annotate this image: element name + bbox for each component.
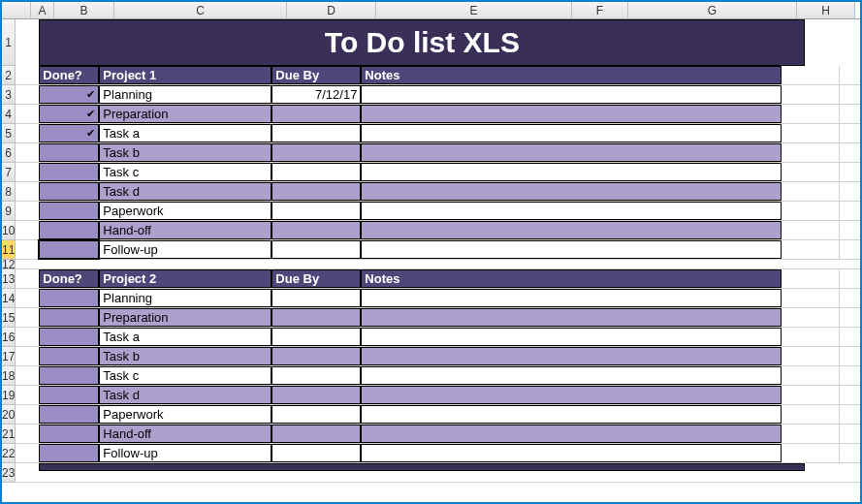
cell[interactable] [782,444,840,462]
cell[interactable] [805,463,862,482]
cell-H1[interactable] [805,19,862,66]
done-cell[interactable] [39,308,99,327]
notes-cell[interactable] [361,405,782,424]
cell[interactable] [782,308,840,327]
header-project[interactable]: Project 1 [99,66,271,84]
header-notes[interactable]: Notes [361,66,782,84]
cell[interactable] [782,405,840,424]
task-name-cell[interactable]: Paperwork [99,405,271,424]
row-header-9[interactable]: 9 [2,202,16,221]
cell[interactable] [16,347,39,365]
column-header-D[interactable]: D [287,2,376,18]
cell[interactable] [16,328,39,346]
cell[interactable] [782,143,840,162]
cell[interactable] [782,328,840,346]
header-done[interactable]: Done? [39,66,99,84]
task-name-cell[interactable]: Hand-off [99,425,271,443]
row-header-5[interactable]: 5 [2,124,16,143]
cell[interactable] [16,163,39,181]
task-name-cell[interactable]: Task a [99,124,271,142]
notes-cell[interactable] [361,202,782,220]
notes-cell[interactable] [361,182,782,201]
row-header-1[interactable]: 1 [2,19,16,66]
cell[interactable] [16,260,39,269]
cell[interactable] [16,405,39,424]
cell[interactable] [16,202,39,220]
cell[interactable] [782,269,840,288]
cell[interactable] [782,85,840,104]
cell[interactable] [805,260,862,269]
column-header-C[interactable]: C [114,2,287,18]
cell[interactable] [782,425,840,443]
column-header-F[interactable]: F [572,2,628,18]
task-name-cell[interactable]: Preparation [99,105,271,123]
due-cell[interactable]: 7/12/17 [271,85,361,104]
done-cell[interactable]: ✔ [39,105,99,123]
cell[interactable] [16,366,39,385]
notes-cell[interactable] [361,386,782,404]
cells-area[interactable]: To Do list XLSDone?Project 1Due ByNotes✔… [16,19,862,483]
spacer-bar[interactable] [39,463,805,471]
task-name-cell[interactable]: Task d [99,386,271,404]
done-cell[interactable]: ✔ [39,124,99,142]
notes-cell[interactable] [361,105,782,123]
due-cell[interactable] [271,202,361,220]
task-name-cell[interactable]: Task b [99,143,271,162]
due-cell[interactable] [271,221,361,239]
notes-cell[interactable] [361,308,782,327]
column-header-E[interactable]: E [376,2,572,18]
notes-cell[interactable] [361,289,782,307]
task-name-cell[interactable]: Task b [99,347,271,365]
cell[interactable] [782,66,840,84]
task-name-cell[interactable]: Hand-off [99,221,271,239]
header-due[interactable]: Due By [271,269,361,288]
due-cell[interactable] [271,444,361,462]
row-header-14[interactable]: 14 [2,289,16,308]
row-header-16[interactable]: 16 [2,328,16,347]
notes-cell[interactable] [361,425,782,443]
notes-cell[interactable] [361,240,782,259]
notes-cell[interactable] [361,85,782,104]
cell-A1[interactable] [16,19,39,66]
cell[interactable] [782,366,840,385]
cell[interactable] [782,105,840,123]
due-cell[interactable] [271,405,361,424]
header-due[interactable]: Due By [271,66,361,84]
cell[interactable] [16,308,39,327]
row-header-8[interactable]: 8 [2,182,16,202]
cell[interactable] [782,240,840,259]
cell[interactable] [782,163,840,181]
notes-cell[interactable] [361,221,782,239]
column-header-G[interactable]: G [628,2,797,18]
cell[interactable] [16,386,39,404]
task-name-cell[interactable]: Planning [99,85,271,104]
row-header-23[interactable]: 23 [2,463,16,483]
done-cell[interactable] [39,444,99,462]
cell[interactable] [39,260,805,269]
cell[interactable] [16,85,39,104]
title-cell[interactable]: To Do list XLS [39,19,805,66]
cell[interactable] [782,347,840,365]
cell[interactable] [16,105,39,123]
done-cell[interactable] [39,347,99,365]
row-header-12[interactable]: 12 [2,260,16,269]
cell[interactable] [782,182,840,201]
cell[interactable] [16,182,39,201]
due-cell[interactable] [271,143,361,162]
column-header-H[interactable]: H [797,2,855,18]
due-cell[interactable] [271,240,361,259]
due-cell[interactable] [271,308,361,327]
notes-cell[interactable] [361,143,782,162]
task-name-cell[interactable]: Follow-up [99,240,271,259]
done-cell[interactable] [39,221,99,239]
cell[interactable] [782,202,840,220]
cell[interactable] [16,240,39,259]
notes-cell[interactable] [361,444,782,462]
task-name-cell[interactable]: Task d [99,182,271,201]
notes-cell[interactable] [361,347,782,365]
notes-cell[interactable] [361,163,782,181]
done-cell[interactable] [39,240,99,259]
row-header-3[interactable]: 3 [2,85,16,105]
cell[interactable] [782,289,840,307]
row-header-18[interactable]: 18 [2,366,16,386]
